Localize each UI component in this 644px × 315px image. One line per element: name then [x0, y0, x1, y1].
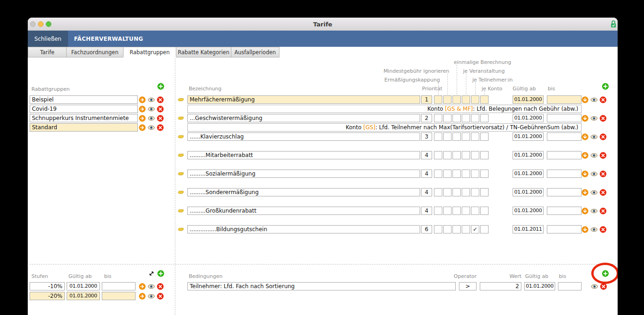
checkbox-je-veranstaltung[interactable] [462, 170, 470, 178]
rabatt-name-field[interactable]: Mehrfächerermäßigung [187, 95, 420, 104]
expand-stufen-button[interactable] [149, 271, 155, 277]
add-stufe-button[interactable] [157, 270, 164, 277]
checkbox-mindestgebuehr-ignorieren[interactable] [443, 188, 452, 196]
checkbox-einmalige-berechnung[interactable] [452, 95, 461, 104]
visibility-button[interactable] [590, 208, 598, 214]
stufe-bis-field[interactable] [102, 292, 136, 300]
checkbox-je-veranstaltung[interactable] [462, 188, 470, 196]
visibility-button[interactable] [148, 125, 155, 130]
checkbox-je-teilnehmer[interactable] [471, 132, 479, 141]
folder-icon[interactable] [178, 97, 184, 102]
delete-row-button[interactable] [600, 283, 607, 290]
stufe-gueltig-ab-field[interactable]: 01.01.2000 [67, 292, 100, 300]
checkbox-je-teilnehmer[interactable] [471, 151, 479, 159]
tab-tarife[interactable]: Tarife [28, 47, 67, 57]
checkbox-ermaessigungskappung[interactable] [434, 95, 442, 104]
wert-field[interactable]: 2 [480, 282, 521, 290]
prioritaet-field[interactable]: 4 [421, 151, 432, 159]
prioritaet-field[interactable]: 4 [421, 188, 432, 196]
checkbox-mindestgebuehr-ignorieren[interactable] [443, 170, 452, 178]
open-row-button[interactable] [139, 106, 146, 113]
bis-field[interactable] [547, 188, 582, 196]
prioritaet-field[interactable]: 2 [421, 114, 432, 122]
bis-field[interactable] [547, 151, 582, 159]
tab-fachzuordnungen[interactable]: Fachzuordnungen [66, 47, 124, 57]
checkbox-einmalige-berechnung[interactable] [452, 188, 461, 196]
rabatt-name-field[interactable]: .........Mitarbeiterrabatt [187, 151, 420, 159]
visibility-button[interactable] [148, 116, 155, 121]
move-down-button[interactable] [582, 170, 588, 177]
visibility-button[interactable] [590, 171, 598, 176]
checkbox-ermaessigungskappung[interactable] [434, 114, 442, 122]
checkbox-einmalige-berechnung[interactable] [452, 151, 461, 159]
visibility-button[interactable] [590, 116, 598, 121]
menu-faecherverwaltung[interactable]: FÄCHERVERWALTUNG [74, 31, 143, 47]
checkbox-je-teilnehmer[interactable]: ✓ [471, 225, 479, 233]
folder-icon[interactable] [178, 171, 184, 176]
bis-field[interactable] [547, 132, 582, 141]
move-down-button[interactable] [582, 152, 588, 159]
delete-row-button[interactable] [157, 106, 164, 113]
delete-row-button[interactable] [600, 226, 607, 233]
checkbox-je-teilnehmer[interactable] [471, 188, 479, 196]
delete-row-button[interactable] [600, 115, 607, 122]
bedingung-text-field[interactable]: Teilnehmer: Lfd. Fach nach Sortierung [187, 282, 456, 290]
move-down-button[interactable] [582, 208, 588, 214]
rabatt-name-field[interactable]: ......Klavierzuschlag [187, 132, 420, 141]
checkbox-je-veranstaltung[interactable] [462, 151, 470, 159]
bis-field[interactable] [547, 170, 582, 178]
prioritaet-field[interactable]: 1 [421, 95, 432, 104]
stufe-bis-field[interactable] [102, 282, 136, 290]
move-down-button[interactable] [582, 226, 588, 233]
visibility-button[interactable] [590, 153, 598, 158]
add-rabatt-button[interactable] [602, 83, 609, 90]
visibility-button[interactable] [591, 284, 598, 289]
folder-icon[interactable] [178, 227, 184, 232]
gueltig-ab-field[interactable]: 01.01.2000 [513, 188, 544, 196]
gueltig-ab-field[interactable]: 01.01.2000 [513, 151, 544, 159]
visibility-button[interactable] [590, 134, 598, 139]
gueltig-ab-field[interactable]: 01.01.2000 [513, 114, 544, 122]
stufe-field[interactable]: -20% [30, 292, 65, 300]
open-row-button[interactable] [139, 115, 146, 122]
checkbox-je-teilnehmer[interactable] [471, 170, 479, 178]
visibility-button[interactable] [148, 97, 155, 102]
checkbox-einmalige-berechnung[interactable] [452, 207, 461, 215]
gueltig-ab-field[interactable]: 01.01.2000 [513, 207, 544, 215]
delete-row-button[interactable] [157, 124, 164, 131]
rabatt-name-field[interactable]: .........Sozialermäßigung [187, 170, 420, 178]
checkbox-je-konto[interactable] [480, 188, 489, 196]
checkbox-ermaessigungskappung[interactable] [434, 170, 442, 178]
prioritaet-field[interactable]: 4 [421, 170, 432, 178]
rabatt-name-field[interactable]: .........Großkundenrabatt [187, 207, 420, 215]
checkbox-je-konto[interactable] [480, 207, 489, 215]
delete-row-button[interactable] [600, 96, 607, 103]
folder-icon[interactable] [178, 190, 184, 195]
gueltig-ab-field[interactable]: 01.01.2000 [513, 132, 544, 141]
bis-field[interactable] [547, 114, 582, 122]
checkbox-je-veranstaltung[interactable] [462, 132, 470, 141]
delete-row-button[interactable] [600, 152, 607, 159]
checkbox-mindestgebuehr-ignorieren[interactable] [443, 207, 452, 215]
visibility-button[interactable] [590, 190, 598, 195]
checkbox-ermaessigungskappung[interactable] [434, 207, 442, 215]
delete-row-button[interactable] [157, 293, 164, 300]
move-down-button[interactable] [582, 189, 588, 196]
delete-row-button[interactable] [600, 189, 607, 196]
tab-rabatte-kategorien[interactable]: Rabatte Kategorien [176, 47, 231, 57]
bis-field[interactable] [547, 95, 582, 104]
delete-row-button[interactable] [600, 208, 607, 214]
folder-icon[interactable] [178, 134, 184, 139]
checkbox-je-konto[interactable] [480, 95, 489, 104]
checkbox-einmalige-berechnung[interactable] [452, 132, 461, 141]
visibility-button[interactable] [148, 107, 155, 112]
checkbox-je-konto[interactable] [480, 170, 489, 178]
folder-icon[interactable] [178, 153, 184, 158]
move-down-button[interactable] [582, 133, 588, 140]
checkbox-je-veranstaltung[interactable] [462, 114, 470, 122]
gueltig-ab-field[interactable]: 01.01.2011 [513, 225, 544, 233]
checkbox-je-veranstaltung[interactable] [462, 207, 470, 215]
folder-icon[interactable] [178, 116, 184, 120]
delete-row-button[interactable] [600, 133, 607, 140]
rabattgruppe-name-field[interactable]: Standard [30, 123, 138, 132]
